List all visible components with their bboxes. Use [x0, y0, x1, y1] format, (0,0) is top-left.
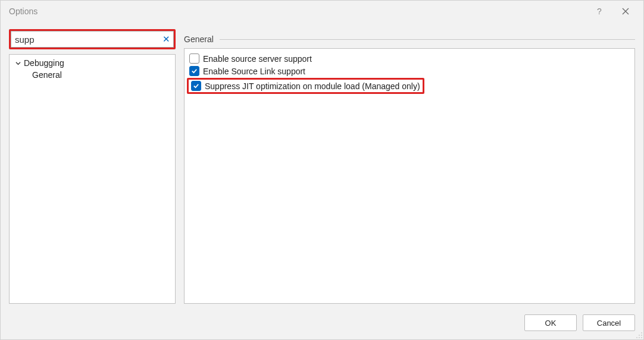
checkbox-icon[interactable] — [189, 53, 199, 64]
dialog-content: ✕ Debugging General General — [1, 22, 643, 304]
close-icon — [622, 8, 629, 15]
tree-item-label: General — [32, 70, 62, 80]
options-dialog: Options ? ✕ Debugging General — [0, 0, 644, 340]
group-header: General — [184, 33, 635, 46]
titlebar: Options ? — [1, 1, 643, 22]
svg-point-5 — [641, 337, 642, 338]
option-enable-source-server[interactable]: Enable source server support — [189, 52, 630, 65]
option-label: Enable Source Link support — [203, 67, 305, 76]
clear-search-icon[interactable]: ✕ — [162, 34, 170, 45]
close-button[interactable] — [612, 2, 639, 21]
right-column: General Enable source server support Ena… — [184, 29, 635, 304]
svg-point-0 — [641, 332, 642, 333]
group-title: General — [184, 34, 214, 44]
tree-item-debugging[interactable]: Debugging — [10, 57, 175, 69]
left-column: ✕ Debugging General — [9, 29, 176, 304]
search-input[interactable] — [11, 31, 174, 48]
tree-item-general[interactable]: General — [10, 69, 175, 81]
options-panel: Enable source server support Enable Sour… — [184, 48, 635, 304]
option-label: Enable source server support — [203, 54, 312, 64]
dialog-title: Options — [9, 7, 37, 16]
svg-point-4 — [639, 337, 640, 338]
svg-point-2 — [641, 335, 642, 336]
chevron-down-icon — [14, 59, 21, 67]
cancel-button[interactable]: Cancel — [583, 314, 635, 331]
divider — [220, 39, 635, 40]
checkbox-icon[interactable] — [191, 81, 201, 91]
ok-button[interactable]: OK — [524, 314, 577, 331]
svg-point-1 — [639, 335, 640, 336]
search-highlight-box: ✕ — [9, 29, 176, 49]
dialog-button-row: OK Cancel — [1, 304, 643, 339]
option-label: Suppress JIT optimization on module load… — [205, 81, 420, 91]
option-enable-source-link[interactable]: Enable Source Link support — [189, 65, 630, 77]
tree-item-label: Debugging — [24, 58, 64, 68]
help-button[interactable]: ? — [586, 2, 612, 21]
category-tree[interactable]: Debugging General — [9, 54, 176, 304]
option-suppress-jit[interactable]: Suppress JIT optimization on module load… — [187, 78, 424, 94]
svg-point-3 — [636, 337, 637, 338]
resize-grip-icon[interactable] — [634, 330, 643, 339]
help-icon: ? — [597, 7, 602, 16]
checkbox-icon[interactable] — [189, 66, 199, 76]
